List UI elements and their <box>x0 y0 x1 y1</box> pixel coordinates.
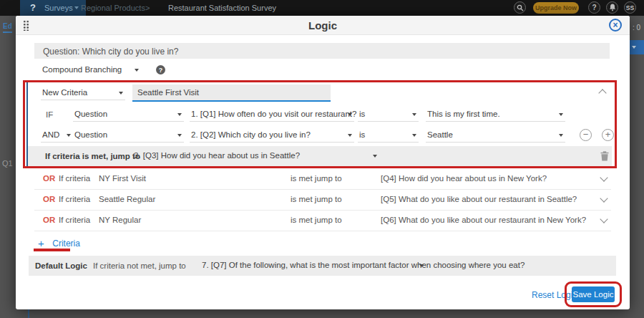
add-criteria-label: Criteria <box>52 238 80 249</box>
surveys-menu[interactable]: Surveys <box>44 4 73 12</box>
and-question-dropdown[interactable]: 2. [Q2] Which city do you live in? <box>190 128 354 143</box>
criteria-name: NY First Visit <box>99 174 146 183</box>
if-operator-value: is <box>359 110 365 118</box>
default-logic-condition: If criteria not met, jump to <box>93 261 186 270</box>
expand-chevron-icon[interactable] <box>600 173 608 181</box>
connector-label-if: IF <box>46 110 53 119</box>
and-value-value: Seattle <box>427 130 453 139</box>
dropdown-caret-icon <box>67 134 71 137</box>
and-operator-value: is <box>359 130 365 139</box>
save-logic-button[interactable]: Save Logic <box>572 286 615 302</box>
and-connector-dropdown[interactable]: AND <box>41 128 73 143</box>
criteria-name-input-value: Seattle First Visit <box>137 88 199 97</box>
criteria-target: [Q4] How did you hear about us in New Yo… <box>381 174 547 183</box>
plus-icon: + <box>605 129 611 140</box>
if-value-dropdown[interactable]: This is my first time. <box>426 107 565 122</box>
criteria-name: NY Regular <box>99 216 141 224</box>
met-label: is met jump to <box>291 195 342 203</box>
remove-condition-button[interactable]: − <box>580 129 592 141</box>
dropdown-caret-icon <box>412 134 416 137</box>
if-source-value: Question <box>74 110 107 118</box>
delete-criteria-trash-icon[interactable] <box>600 151 609 161</box>
notifications-button[interactable] <box>606 1 618 14</box>
dropdown-caret-icon <box>373 155 377 158</box>
dropdown-caret-icon <box>177 134 182 137</box>
breadcrumb-survey-name: Restaurant Satisfaction Survey <box>168 4 276 12</box>
dropdown-caret-icon <box>559 113 563 116</box>
met-label: is met jump to <box>291 174 342 183</box>
upgrade-now-button[interactable]: Upgrade Now <box>533 2 579 14</box>
met-label: is met jump to <box>291 216 342 224</box>
logic-help-button[interactable]: ? <box>156 65 165 74</box>
if-criteria-label: If criteria <box>59 216 90 224</box>
jump-to-row: If criteria is met, jump to 3. [Q3] How … <box>28 146 612 166</box>
default-jump-target-dropdown[interactable]: 7. [Q7] Of the following, what is the mo… <box>200 259 426 273</box>
reset-logic-link[interactable]: Reset Logic <box>532 290 577 300</box>
saved-criteria-row[interactable]: OR If criteria NY First Visit is met jum… <box>34 168 611 190</box>
help-button[interactable]: ? <box>588 1 600 14</box>
and-connector-value: AND <box>42 130 59 139</box>
collapse-criteria-chevron-icon[interactable] <box>598 89 606 97</box>
question-context-bar: Question: Which city do you live in? <box>34 43 610 59</box>
criteria-name: Seattle Regular <box>99 195 155 203</box>
saved-criteria-row[interactable]: OR If criteria NY Regular is met jump to… <box>34 210 611 231</box>
expand-chevron-icon[interactable] <box>600 194 608 202</box>
top-navigation-bar: ? Surveys Regional Products > Restaurant… <box>0 0 644 16</box>
brand-block[interactable]: ? Surveys <box>20 0 86 16</box>
if-operator-dropdown[interactable]: is <box>358 107 419 122</box>
breadcrumb-separator: > <box>145 4 150 12</box>
and-source-value: Question <box>74 130 107 139</box>
dropdown-caret-icon <box>348 113 352 116</box>
saved-criteria-row[interactable]: OR If criteria Seattle Regular is met ju… <box>34 189 611 211</box>
breadcrumb-folder[interactable]: Regional Products <box>81 4 145 12</box>
background-question-accent-line <box>28 309 29 318</box>
modal-header: Logic × <box>16 16 630 35</box>
if-question-value: 1. [Q1] How often do you visit our resta… <box>191 110 356 118</box>
jump-target-value: 3. [Q3] How did you hear about us in Sea… <box>134 151 300 160</box>
and-operator-dropdown[interactable]: is <box>358 128 419 143</box>
help-icon: ? <box>592 4 596 11</box>
or-label: OR <box>43 174 55 183</box>
bell-icon <box>609 4 616 11</box>
search-icon <box>517 4 524 11</box>
logic-type-value: Compound Branching <box>42 65 122 74</box>
dropdown-caret-icon <box>412 113 416 116</box>
dropdown-caret-icon <box>348 134 352 137</box>
avatar[interactable]: SS <box>624 1 636 14</box>
and-source-dropdown[interactable]: Question <box>73 128 184 143</box>
question-context-text: Question: Which city do you live in? <box>43 47 178 57</box>
if-source-dropdown[interactable]: Question <box>73 107 184 122</box>
plus-icon: + <box>38 237 44 249</box>
expand-chevron-icon[interactable] <box>600 215 608 223</box>
dropdown-caret-icon <box>177 113 182 116</box>
add-condition-button[interactable]: + <box>602 129 614 141</box>
jump-to-label: If criteria is met, jump to <box>45 152 140 160</box>
minus-icon: − <box>583 129 589 140</box>
caret-icon <box>632 46 636 49</box>
criteria-name-input[interactable]: Seattle First Visit <box>132 85 331 102</box>
dropdown-caret-icon <box>119 92 123 95</box>
questionpro-logo-icon: ? <box>30 2 36 13</box>
jump-target-dropdown[interactable]: 3. [Q3] How did you hear about us in Sea… <box>132 149 379 163</box>
logic-modal: Logic × Question: Which city do you live… <box>16 16 630 309</box>
criteria-target: [Q6] What do you like about our restaura… <box>381 216 586 224</box>
close-button[interactable]: × <box>609 19 622 32</box>
search-button[interactable] <box>514 1 526 14</box>
add-criteria-link[interactable]: + Criteria <box>38 236 80 249</box>
question-mark-icon: ? <box>159 67 163 74</box>
criteria-name-dropdown[interactable]: New Criteria <box>41 86 125 100</box>
modal-title: Logic <box>16 19 630 32</box>
annotation-underline-add-criteria <box>34 249 70 251</box>
logic-type-dropdown[interactable]: Compound Branching <box>41 63 141 77</box>
background-edit-tab[interactable]: Ed <box>3 22 12 33</box>
background-save-button-fragment[interactable] <box>629 40 644 54</box>
or-label: OR <box>43 195 55 203</box>
dropdown-caret-icon <box>419 264 424 267</box>
surveys-caret-icon <box>74 6 79 9</box>
dropdown-caret-icon <box>559 134 563 137</box>
if-question-dropdown[interactable]: 1. [Q1] How often do you visit our resta… <box>190 107 354 122</box>
and-question-value: 2. [Q2] Which city do you live in? <box>191 130 311 139</box>
default-logic-label: Default Logic <box>35 261 87 270</box>
and-value-dropdown[interactable]: Seattle <box>426 128 565 143</box>
default-jump-target-value: 7. [Q7] Of the following, what is the mo… <box>202 261 525 269</box>
